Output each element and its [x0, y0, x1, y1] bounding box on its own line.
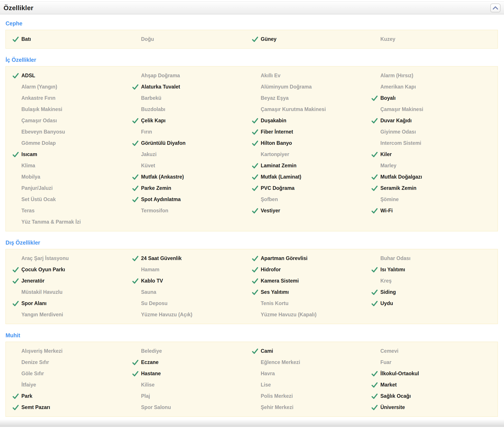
- feature-item-duvar-kagidi: Duvar Kağıdı: [371, 115, 491, 126]
- collapse-button[interactable]: [490, 4, 500, 12]
- feature-item-eglence-merkezi: Eğlence Merkezi: [252, 357, 371, 368]
- check-icon-placeholder: [12, 207, 19, 214]
- check-icon-placeholder: [371, 84, 378, 90]
- check-icon: [371, 174, 378, 180]
- feature-item-amerikan-kapi: Amerikan Kapı: [371, 81, 491, 93]
- feature-item-siding: Siding: [371, 287, 491, 298]
- check-icon-placeholder: [12, 185, 19, 192]
- feature-label: Intercom Sistemi: [380, 140, 421, 146]
- feature-label: Şömine: [380, 196, 399, 202]
- check-icon-placeholder: [132, 162, 139, 169]
- feature-item-kuvet: Küvet: [132, 160, 252, 171]
- feature-label: Isıcam: [21, 151, 37, 157]
- check-icon-placeholder: [132, 36, 139, 43]
- feature-item-tenis-kortu: Tenis Kortu: [252, 298, 371, 309]
- feature-item-giyinme-odasi: Giyinme Odası: [371, 126, 491, 138]
- feature-item-kiler: Kiler: [371, 149, 491, 160]
- feature-label: Amerikan Kapı: [380, 84, 416, 90]
- feature-label: Bulaşık Makinesi: [21, 106, 62, 112]
- feature-item-ses-yalitimi: Ses Yalıtımı: [252, 287, 371, 298]
- check-icon: [252, 185, 258, 192]
- check-icon: [12, 266, 19, 273]
- check-icon: [132, 140, 139, 147]
- feature-item-firin: Fırın: [132, 126, 252, 138]
- feature-label: Yüzme Havuzu (Kapalı): [261, 312, 317, 318]
- check-icon-placeholder: [12, 174, 19, 180]
- feature-item-isicam: Isıcam: [12, 149, 132, 160]
- feature-label: Kuzey: [380, 36, 395, 42]
- feature-label: Seramik Zemin: [380, 185, 416, 191]
- feature-label: Set Üstü Ocak: [21, 196, 56, 202]
- feature-label: Alışveriş Merkezi: [21, 348, 63, 354]
- check-icon: [12, 393, 19, 400]
- feature-item-gomme-dolap: Gömme Dolap: [12, 138, 132, 149]
- feature-item-arac-sarj-i-stasyonu: Araç Şarj İstasyonu: [12, 253, 132, 264]
- feature-item-mutfak-dogalgazi: Mutfak Doğalgazı: [371, 171, 491, 183]
- feature-label: Ebeveyn Banyosu: [21, 129, 65, 135]
- check-icon-placeholder: [12, 162, 19, 169]
- check-icon: [12, 36, 19, 43]
- feature-item-seramik-zemin: Seramik Zemin: [371, 183, 491, 194]
- feature-label: Batı: [21, 36, 31, 42]
- feature-label: Çamaşır Makinesi: [380, 106, 423, 112]
- feature-item-mutfak-ankastre: Mutfak (Ankastre): [132, 171, 252, 183]
- feature-label: Kreş: [380, 278, 392, 284]
- check-icon: [371, 185, 378, 192]
- feature-item-mustakil-havuzlu: Müstakil Havuzlu: [12, 287, 132, 298]
- check-icon-placeholder: [371, 129, 378, 135]
- check-icon-placeholder: [132, 404, 139, 411]
- feature-label: Giyinme Odası: [380, 129, 416, 135]
- feature-item-isi-yalitimi: Isı Yalıtımı: [371, 264, 491, 275]
- feature-item-hamam: Hamam: [132, 264, 252, 275]
- feature-box-dis-ozellikler: Araç Şarj İstasyonu24 Saat GüvenlikApart…: [6, 249, 498, 324]
- feature-item-cami: Cami: [252, 346, 371, 357]
- feature-item-pvc-dograma: PVC Doğrama: [252, 183, 371, 194]
- feature-item-havra: Havra: [252, 368, 371, 379]
- feature-label: Park: [21, 393, 32, 399]
- check-icon: [132, 255, 139, 262]
- check-icon: [12, 300, 19, 307]
- check-icon-placeholder: [132, 95, 139, 102]
- feature-item-spot-aydinlatma: Spot Aydınlatma: [132, 194, 252, 205]
- feature-label: Mobilya: [21, 174, 40, 180]
- check-icon-placeholder: [252, 311, 258, 318]
- check-icon-placeholder: [132, 207, 139, 214]
- check-icon: [12, 404, 19, 411]
- feature-label: Hidrofor: [261, 267, 281, 273]
- feature-item-vestiyer: Vestiyer: [252, 205, 371, 216]
- feature-item-jakuzi: Jakuzi: [132, 149, 252, 160]
- check-icon-placeholder: [12, 140, 19, 147]
- feature-item-i-lkokul-ortaokul: İlkokul-Ortaokul: [371, 368, 491, 379]
- check-icon: [371, 393, 378, 400]
- section-cephe: CepheBatıDoğuGüneyKuzey: [6, 20, 498, 48]
- feature-label: Fuar: [380, 359, 391, 365]
- feature-item-aluminyum-dograma: Alüminyum Doğrama: [252, 81, 371, 93]
- feature-item-alarm-yangin: Alarm (Yangın): [12, 81, 132, 93]
- check-icon-placeholder: [252, 106, 258, 113]
- feature-item-plaj: Plaj: [132, 391, 252, 402]
- feature-item-fuar: Fuar: [371, 357, 491, 368]
- feature-item-sehir-merkezi: Şehir Merkezi: [252, 402, 371, 413]
- feature-label: Market: [380, 382, 397, 388]
- check-icon: [12, 278, 19, 284]
- feature-label: Çelik Kapı: [141, 118, 166, 124]
- feature-item-wi-fi: Wi-Fi: [371, 205, 491, 216]
- feature-item-camasir-makinesi: Çamaşır Makinesi: [371, 104, 491, 115]
- feature-item-goruntulu-diyafon: Görüntülü Diyafon: [132, 138, 252, 149]
- feature-label: 24 Saat Güvenlik: [141, 255, 182, 261]
- feature-label: Sauna: [141, 289, 156, 295]
- check-icon: [371, 382, 378, 388]
- feature-label: PVC Doğrama: [261, 185, 295, 191]
- check-icon: [252, 162, 258, 169]
- check-icon: [371, 404, 378, 411]
- check-icon: [252, 36, 258, 43]
- section-title-dis-ozellikler: Dış Özellikler: [6, 239, 498, 246]
- check-icon-placeholder: [371, 255, 378, 262]
- feature-item-buzdolabi: Buzdolabı: [132, 104, 252, 115]
- check-icon: [132, 84, 139, 90]
- feature-item-dusakabin: Duşakabin: [252, 115, 371, 126]
- check-icon-placeholder: [132, 393, 139, 400]
- feature-label: Küvet: [141, 163, 155, 169]
- check-icon: [132, 359, 139, 366]
- feature-label: Fırın: [141, 129, 152, 135]
